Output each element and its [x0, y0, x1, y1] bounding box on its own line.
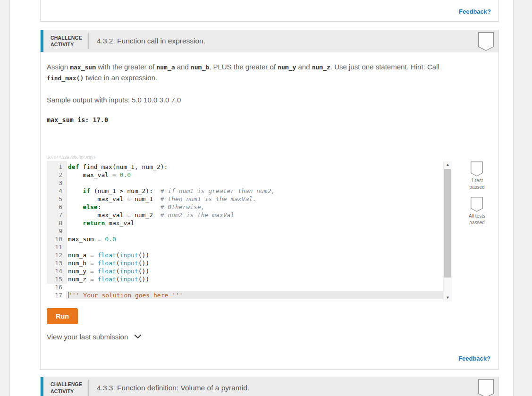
code-line: 9: [47, 227, 443, 235]
editor-row: 1def find_max(num_1, num_2):2 max_val = …: [47, 161, 491, 302]
line-number: 6: [47, 203, 66, 211]
code-line-content: ''' Your solution goes here ''': [66, 291, 443, 299]
code-line-content: if (num_1 > num_2): # if num1 is greater…: [66, 187, 443, 195]
code-token: (: [116, 260, 120, 267]
feedback-link-top[interactable]: Feedback?: [459, 8, 491, 15]
code-token: float: [98, 276, 116, 283]
pennant-icon: [471, 161, 483, 177]
code-token: [68, 187, 83, 194]
run-button[interactable]: Run: [47, 308, 78, 324]
page-left-margin: [0, 0, 10, 396]
code-line-content: max_sum = 0.0: [66, 235, 443, 243]
view-last-submission-label: View your last submission: [47, 333, 128, 341]
completion-pennant-icon: [478, 379, 494, 396]
code-token: 0.0: [120, 171, 131, 178]
scroll-thumb[interactable]: [444, 169, 451, 278]
line-number: 3: [47, 179, 66, 187]
header-divider: [88, 380, 89, 396]
pennant-icon: [471, 197, 483, 212]
code-token: num_z =: [68, 276, 98, 283]
code-line-content: num_y = float(input()): [66, 267, 443, 275]
sample-output-code: max_sum is: 17.0: [47, 116, 491, 124]
line-number: 16: [47, 283, 66, 291]
code-line-content: def find_max(num_1, num_2):: [66, 163, 443, 171]
code-line: 8 return max_val: [47, 219, 443, 227]
badge-caption-line: 1 test: [469, 177, 484, 184]
code-line-content: [66, 179, 443, 187]
line-number: 5: [47, 195, 66, 203]
code-line-content: max_val = num_2 # num2 is the maxVal: [66, 211, 443, 219]
kicker-line: ACTIVITY: [51, 41, 85, 48]
inline-code: num_y: [278, 64, 296, 71]
tests-badge-all: All tests passed: [469, 197, 485, 226]
line-number: 13: [47, 259, 66, 267]
inline-code: num_a: [156, 64, 175, 71]
code-token: (num_1 > num_2):: [90, 187, 160, 194]
line-number: 10: [47, 235, 66, 243]
code-editor[interactable]: 1def find_max(num_1, num_2):2 max_val = …: [47, 161, 452, 302]
code-line: 5 max_val = num_1 # then num1 is the max…: [47, 195, 443, 203]
code-line-content: [66, 283, 443, 291]
code-token: if: [83, 187, 90, 194]
code-line: 16: [47, 283, 443, 291]
code-token: float: [98, 268, 116, 275]
line-number: 8: [47, 219, 66, 227]
prompt-segment: and: [175, 63, 191, 71]
code-token: max_val = num_1: [68, 195, 160, 202]
previous-activity-card: Feedback?: [40, 0, 499, 22]
inline-code: num_b: [191, 64, 209, 71]
line-number: 1: [47, 163, 66, 171]
code-token: (: [116, 252, 120, 259]
line-number: 15: [47, 275, 66, 283]
resource-id: 387044.2293206.qx3zqy7: [47, 155, 491, 160]
code-token: ()): [138, 260, 149, 267]
code-line: 11: [47, 243, 443, 251]
scroll-up-arrow[interactable]: ▲: [444, 161, 452, 169]
code-token: else: [83, 203, 97, 211]
vertical-scrollbar[interactable]: ▲ ▼: [443, 161, 452, 302]
challenge-activity-card: CHALLENGE ACTIVITY 4.3.2: Function call …: [40, 30, 499, 370]
badge-caption-line: passed: [469, 219, 485, 226]
header-divider: [88, 33, 89, 49]
next-activity-card: CHALLENGE ACTIVITY 4.3.3: Function defin…: [40, 377, 499, 396]
code-token: input: [120, 252, 138, 259]
code-token: input: [120, 276, 138, 283]
activities-column: Feedback? CHALLENGE ACTIVITY 4.3.2: Func…: [40, 0, 499, 396]
code-token: :: [98, 203, 160, 211]
code-token: def: [68, 163, 79, 170]
code-token: ()): [138, 276, 149, 283]
prompt-segment: with the greater of: [96, 63, 156, 71]
code-lines: 1def find_max(num_1, num_2):2 max_val = …: [47, 163, 443, 299]
badge-caption-line: passed: [469, 184, 484, 191]
kicker-line: CHALLENGE: [51, 381, 85, 388]
code-line-content: num_b = float(input()): [66, 259, 443, 267]
feedback-link-bottom[interactable]: Feedback?: [458, 355, 490, 362]
code-line-content: return max_val: [66, 219, 443, 227]
line-number: 14: [47, 267, 66, 275]
kicker-line: ACTIVITY: [51, 388, 85, 395]
code-line: 17''' Your solution goes here ''': [47, 291, 443, 299]
scroll-down-arrow[interactable]: ▼: [444, 294, 452, 302]
code-token: max_sum =: [68, 236, 105, 243]
code-line: 13num_b = float(input()): [47, 259, 443, 267]
prompt-segment: , PLUS the greater of: [209, 63, 278, 71]
code-line-content: max_val = num_1 # then num1 is the maxVa…: [66, 195, 443, 203]
prompt-segment: and: [296, 63, 312, 71]
next-activity-header: CHALLENGE ACTIVITY 4.3.3: Function defin…: [41, 377, 498, 396]
code-token: num_a =: [68, 252, 98, 259]
line-number: 4: [47, 187, 66, 195]
code-token: float: [98, 252, 116, 259]
code-token: # if num1 is greater than num2,: [160, 187, 275, 194]
code-line: 1def find_max(num_1, num_2):: [47, 163, 443, 171]
next-activity-title: 4.3.3: Function definition: Volume of a …: [97, 384, 249, 392]
sample-output-label: Sample output with inputs: 5.0 10.0 3.0 …: [47, 96, 491, 104]
code-token: float: [98, 260, 116, 267]
accent-bar: [41, 377, 43, 396]
activity-kicker: CHALLENGE ACTIVITY: [51, 34, 85, 48]
code-token: input: [120, 268, 138, 275]
view-last-submission[interactable]: View your last submission: [47, 333, 142, 341]
badge-caption-line: All tests: [469, 213, 485, 219]
code-token: # Otherwise,: [160, 203, 205, 211]
code-token: (: [116, 276, 120, 283]
chevron-down-icon: [134, 334, 142, 339]
